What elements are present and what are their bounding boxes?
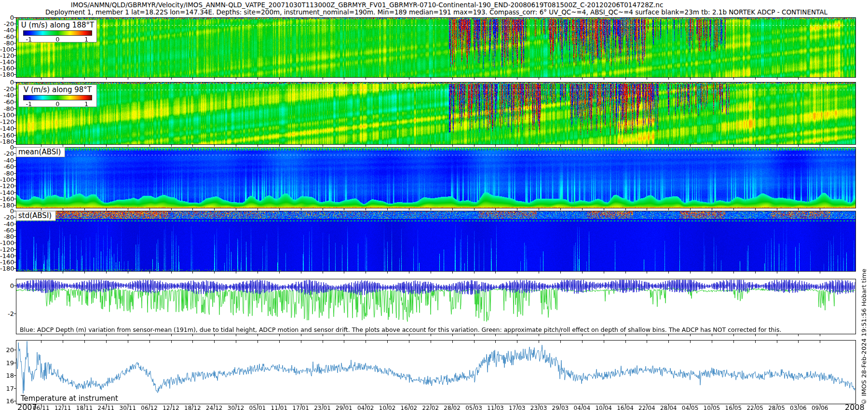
x-tick-label: 03/06 [790,405,807,410]
x-tick-label: 10/02 [379,405,396,410]
x-tick-mark [798,78,799,80]
x-tick-mark [344,208,344,210]
x-tick-mark [214,208,215,210]
y-tick-mark [14,205,16,205]
y-tick-mark [14,243,16,243]
x-tick-mark [214,145,215,147]
x-tick-label: 24/11 [98,405,115,410]
x-tick-label: 11/01 [271,405,288,410]
x-tick-mark [344,272,344,273]
x-tick-mark [279,208,280,210]
x-tick-mark [279,334,280,336]
x-tick-mark [236,208,236,210]
x-tick-mark [344,334,344,336]
x-tick-mark [323,78,323,80]
x-tick-label: 22/05 [746,405,763,410]
x-tick-mark [798,272,799,273]
x-tick-mark [712,341,712,343]
y-tick-label: -180 [0,71,14,78]
x-tick-label: 05/01 [249,405,266,410]
x-tick-label: 28/04 [660,405,677,410]
x-tick-mark [517,272,517,273]
x-tick-mark [106,272,107,273]
x-tick-mark [560,334,561,336]
x-tick-label: 10/04 [595,405,612,410]
x-tick-mark [431,208,431,210]
x-tick-mark [604,341,604,343]
y-tick-mark [14,268,16,269]
x-tick-mark [604,145,604,147]
x-tick-mark [149,272,150,273]
x-tick-mark [409,78,409,80]
x-tick-mark [387,334,388,336]
x-tick-label: 24/12 [206,405,223,410]
x-tick-mark [63,145,63,147]
x-tick-mark [712,334,712,336]
x-tick-mark [279,341,280,343]
u-colorbar [23,30,92,36]
x-tick-label: 23/03 [530,405,547,410]
x-tick-mark [366,145,366,147]
x-tick-mark [279,145,280,147]
x-tick-mark [41,145,41,147]
x-tick-mark [539,145,539,147]
x-tick-mark [539,208,539,210]
y-tick-label: 17 [0,384,14,392]
x-tick-mark [41,78,41,80]
x-tick-mark [517,341,517,343]
x-tick-mark [387,272,388,273]
x-tick-mark [41,334,41,336]
x-tick-label: 18/12 [184,405,201,410]
x-tick-mark [517,145,517,147]
y-tick-mark [14,249,16,250]
y-tick-mark [14,24,16,24]
x-tick-mark [301,341,301,343]
x-tick-label: 22/02 [422,405,439,410]
panel-v-velocity: V (m/s) along 98°T -1 0 1 [16,82,856,145]
x-tick-mark [604,334,604,336]
x-tick-mark [192,272,193,273]
x-tick-label: 17/01 [292,405,309,410]
x-tick-mark [495,78,496,80]
x-tick-mark [214,341,215,343]
x-tick-mark [128,341,128,343]
y-tick-label: 18 [0,372,14,379]
x-tick-mark [301,272,301,273]
x-tick-label: 23/01 [314,405,331,410]
x-tick-mark [495,208,496,210]
x-tick-mark [690,145,691,147]
x-tick-mark [149,341,150,343]
x-tick-label: 10/05 [704,405,720,410]
x-tick-mark [106,78,107,80]
x-tick-mark [128,208,128,210]
x-tick-label: 29/03 [552,405,569,410]
x-tick-mark [214,78,215,80]
x-tick-mark [495,272,496,273]
x-tick-mark [171,334,172,336]
x-tick-mark [582,145,583,147]
x-tick-mark [171,145,172,147]
x-tick-mark [474,208,475,210]
x-tick-mark [366,78,366,80]
x-tick-mark [84,272,85,273]
x-tick-mark [777,272,777,273]
x-tick-mark [560,145,561,147]
y-tick-mark [14,37,16,37]
x-tick-mark [820,145,820,147]
x-tick-mark [301,208,301,210]
x-tick-mark [452,78,453,80]
x-tick-mark [301,145,301,147]
x-tick-mark [733,145,734,147]
x-tick-label: 17/03 [509,405,526,410]
x-tick-mark [279,272,280,273]
x-tick-mark [820,341,820,343]
temperature-plot [16,341,855,404]
x-tick-mark [301,334,301,336]
x-tick-mark [63,208,63,210]
x-tick-mark [777,145,777,147]
x-tick-mark [431,272,431,273]
x-tick-mark [690,341,691,343]
x-tick-mark [63,78,63,80]
x-tick-label: 22/04 [638,405,655,410]
x-tick-mark [258,145,258,147]
